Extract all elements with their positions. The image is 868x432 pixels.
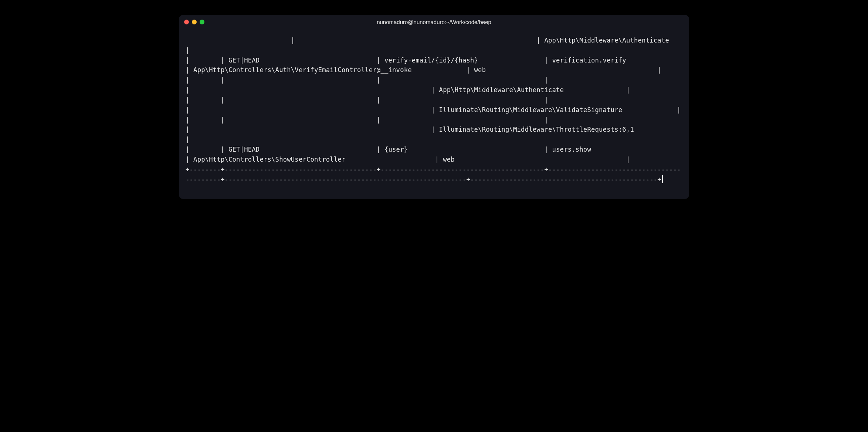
terminal-line: | | App\Http\Middleware\Authenticate | [186, 37, 689, 54]
terminal-window: nunomaduro@nunomaduro:~/Work/code/beep |… [179, 15, 689, 199]
terminal-line: | | | | | | [186, 76, 689, 94]
terminal-line: | | GET|HEAD | {user} | users.show | App… [186, 146, 689, 163]
terminal-output[interactable]: | | App\Http\Middleware\Authenticate | |… [179, 29, 689, 199]
minimize-icon[interactable] [192, 20, 197, 24]
close-icon[interactable] [184, 20, 189, 24]
window-title: nunomaduro@nunomaduro:~/Work/code/beep [377, 19, 491, 25]
titlebar: nunomaduro@nunomaduro:~/Work/code/beep [179, 15, 689, 29]
traffic-lights [184, 20, 204, 24]
terminal-line: | | GET|HEAD | verify-email/{id}/{hash} … [186, 57, 689, 74]
cursor [662, 175, 663, 183]
terminal-line: | | | | | | [186, 116, 689, 144]
terminal-line: | | | | | | [186, 96, 689, 114]
terminal-line: +--------+------------------------------… [186, 166, 681, 183]
maximize-icon[interactable] [200, 20, 204, 24]
